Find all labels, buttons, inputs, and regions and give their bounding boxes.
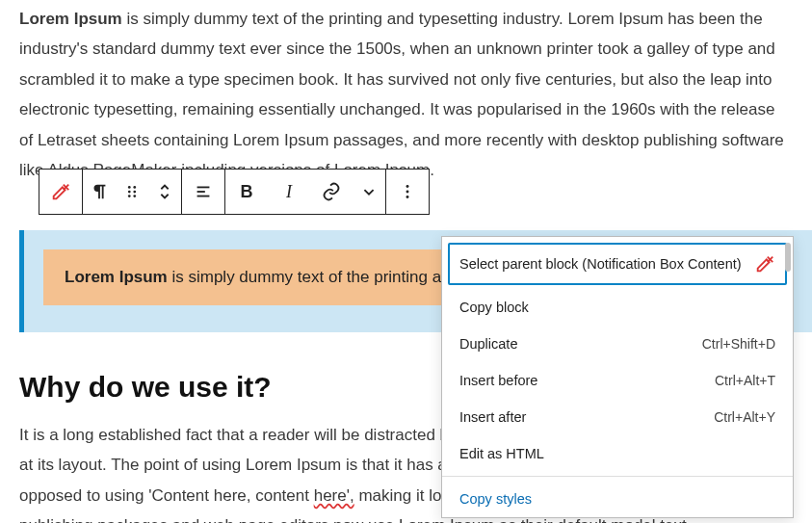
menu-edit-html-label: Edit as HTML: [459, 446, 544, 461]
menu-separator: [442, 476, 793, 477]
block-options-menu: Select parent block (Notification Box Co…: [441, 236, 794, 518]
menu-insert-before-label: Insert before: [459, 373, 537, 388]
notif-bold: Lorem Ipsum: [65, 268, 168, 286]
intro-text: is simply dummy text of the printing and…: [19, 10, 784, 179]
svg-point-4: [128, 191, 131, 194]
align-icon[interactable]: [182, 170, 224, 214]
menu-duplicate-shortcut: Ctrl+Shift+D: [702, 336, 775, 352]
menu-insert-after-shortcut: Ctrl+Alt+Y: [714, 409, 775, 425]
intro-paragraph: Lorem Ipsum is simply dummy text of the …: [0, 0, 812, 186]
svg-point-11: [406, 185, 409, 188]
select-parent-block[interactable]: Select parent block (Notification Box Co…: [448, 243, 787, 285]
bold-button[interactable]: B: [225, 170, 268, 214]
drag-handle-icon[interactable]: [116, 170, 148, 214]
more-rich-text-icon[interactable]: [353, 170, 385, 214]
menu-scrollbar[interactable]: [785, 243, 791, 272]
block-type-icon[interactable]: [39, 170, 82, 214]
select-parent-label: Select parent block (Notification Box Co…: [459, 256, 742, 272]
menu-copy-block[interactable]: Copy block: [442, 289, 793, 326]
link-button[interactable]: [310, 170, 353, 214]
menu-insert-before[interactable]: Insert before Ctrl+Alt+T: [442, 362, 793, 399]
p2-spell-error[interactable]: here',: [314, 486, 354, 505]
svg-point-13: [406, 196, 409, 198]
menu-copy-styles[interactable]: Copy styles: [442, 481, 793, 517]
italic-button[interactable]: I: [268, 170, 310, 214]
menu-edit-html[interactable]: Edit as HTML: [442, 435, 793, 472]
pencil-x-icon: [754, 253, 775, 275]
block-toolbar: B I: [39, 169, 430, 215]
move-up-down-icon[interactable]: [148, 170, 181, 214]
svg-point-6: [128, 195, 131, 197]
menu-insert-after[interactable]: Insert after Ctrl+Alt+Y: [442, 399, 793, 435]
svg-point-12: [406, 191, 409, 194]
svg-point-5: [133, 191, 136, 194]
menu-copy-styles-label: Copy styles: [459, 491, 532, 507]
svg-point-3: [133, 186, 136, 189]
svg-point-2: [128, 186, 131, 189]
paragraph-icon[interactable]: [83, 170, 116, 214]
menu-copy-block-label: Copy block: [459, 300, 529, 315]
intro-bold-lead: Lorem Ipsum: [19, 10, 122, 28]
menu-duplicate[interactable]: Duplicate Ctrl+Shift+D: [442, 326, 793, 362]
menu-insert-after-label: Insert after: [459, 409, 526, 425]
options-button[interactable]: [386, 170, 429, 214]
menu-duplicate-label: Duplicate: [459, 336, 517, 352]
svg-point-7: [133, 195, 136, 197]
menu-insert-before-shortcut: Ctrl+Alt+T: [715, 373, 775, 388]
